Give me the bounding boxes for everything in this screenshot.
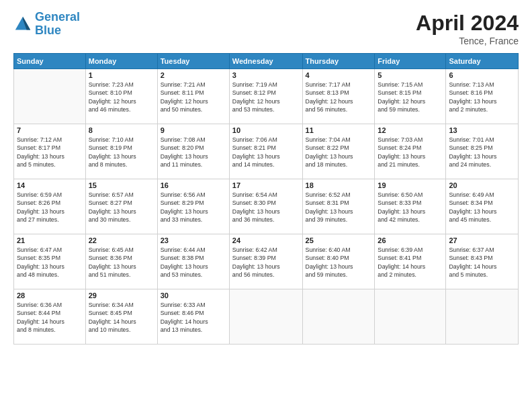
day-number: 8 <box>89 126 154 134</box>
day-info: Sunrise: 7:04 AM Sunset: 8:22 PM Dayligh… <box>306 136 372 169</box>
table-row <box>446 289 519 345</box>
table-row: 17Sunrise: 6:54 AM Sunset: 8:30 PM Dayli… <box>229 179 302 234</box>
table-row: 7Sunrise: 7:12 AM Sunset: 8:17 PM Daylig… <box>14 124 86 179</box>
table-row: 25Sunrise: 6:40 AM Sunset: 8:40 PM Dayli… <box>302 234 375 289</box>
table-row: 27Sunrise: 6:37 AM Sunset: 8:43 PM Dayli… <box>446 234 519 289</box>
table-row: 21Sunrise: 6:47 AM Sunset: 8:35 PM Dayli… <box>14 234 86 289</box>
table-row: 30Sunrise: 6:33 AM Sunset: 8:46 PM Dayli… <box>157 289 229 345</box>
day-info: Sunrise: 7:23 AM Sunset: 8:10 PM Dayligh… <box>89 81 154 113</box>
table-row: 3Sunrise: 7:19 AM Sunset: 8:12 PM Daylig… <box>229 69 302 124</box>
table-row: 18Sunrise: 6:52 AM Sunset: 8:31 PM Dayli… <box>302 179 375 234</box>
day-info: Sunrise: 6:50 AM Sunset: 8:33 PM Dayligh… <box>378 191 443 224</box>
col-monday: Monday <box>85 54 157 69</box>
day-number: 14 <box>17 181 83 189</box>
col-saturday: Saturday <box>446 54 519 69</box>
day-info: Sunrise: 7:10 AM Sunset: 8:19 PM Dayligh… <box>89 136 154 169</box>
header: General Blue April 2024 Tence, France <box>13 11 519 46</box>
day-number: 29 <box>89 291 154 300</box>
day-info: Sunrise: 6:44 AM Sunset: 8:38 PM Dayligh… <box>161 246 226 279</box>
table-row: 10Sunrise: 7:06 AM Sunset: 8:21 PM Dayli… <box>229 124 302 179</box>
day-number: 6 <box>449 71 515 79</box>
day-info: Sunrise: 6:42 AM Sunset: 8:39 PM Dayligh… <box>232 246 300 279</box>
day-number: 18 <box>306 181 372 189</box>
col-friday: Friday <box>375 54 446 69</box>
day-number: 16 <box>161 181 226 189</box>
day-info: Sunrise: 7:19 AM Sunset: 8:12 PM Dayligh… <box>232 81 300 113</box>
day-info: Sunrise: 6:34 AM Sunset: 8:45 PM Dayligh… <box>89 301 154 334</box>
calendar-header-row: Sunday Monday Tuesday Wednesday Thursday… <box>14 54 519 69</box>
table-row: 8Sunrise: 7:10 AM Sunset: 8:19 PM Daylig… <box>85 124 157 179</box>
logo: General Blue <box>13 11 80 38</box>
table-row: 28Sunrise: 6:36 AM Sunset: 8:44 PM Dayli… <box>14 289 86 345</box>
location: Tence, France <box>416 36 519 46</box>
day-info: Sunrise: 6:49 AM Sunset: 8:34 PM Dayligh… <box>449 191 515 224</box>
day-number: 2 <box>161 71 226 79</box>
day-number: 24 <box>232 236 300 244</box>
day-info: Sunrise: 6:37 AM Sunset: 8:43 PM Dayligh… <box>449 246 515 279</box>
table-row: 22Sunrise: 6:45 AM Sunset: 8:36 PM Dayli… <box>85 234 157 289</box>
table-row <box>229 289 302 345</box>
table-row: 23Sunrise: 6:44 AM Sunset: 8:38 PM Dayli… <box>157 234 229 289</box>
page: General Blue April 2024 Tence, France Su… <box>0 0 532 411</box>
table-row: 13Sunrise: 7:01 AM Sunset: 8:25 PM Dayli… <box>446 124 519 179</box>
table-row <box>302 289 375 345</box>
logo-icon <box>13 15 32 34</box>
day-number: 10 <box>232 126 300 134</box>
day-number: 11 <box>306 126 372 134</box>
day-number: 22 <box>89 236 154 244</box>
day-number: 12 <box>378 126 443 134</box>
table-row: 15Sunrise: 6:57 AM Sunset: 8:27 PM Dayli… <box>85 179 157 234</box>
day-info: Sunrise: 6:36 AM Sunset: 8:44 PM Dayligh… <box>17 301 83 334</box>
title-block: April 2024 Tence, France <box>416 11 519 46</box>
col-thursday: Thursday <box>302 54 375 69</box>
logo-line1: General <box>35 10 80 24</box>
table-row <box>375 289 446 345</box>
day-number: 25 <box>306 236 372 244</box>
day-info: Sunrise: 7:13 AM Sunset: 8:16 PM Dayligh… <box>449 81 515 113</box>
table-row: 20Sunrise: 6:49 AM Sunset: 8:34 PM Dayli… <box>446 179 519 234</box>
day-number: 9 <box>161 126 226 134</box>
month-title: April 2024 <box>416 11 519 36</box>
table-row: 6Sunrise: 7:13 AM Sunset: 8:16 PM Daylig… <box>446 69 519 124</box>
day-info: Sunrise: 7:12 AM Sunset: 8:17 PM Dayligh… <box>17 136 83 169</box>
table-row: 29Sunrise: 6:34 AM Sunset: 8:45 PM Dayli… <box>85 289 157 345</box>
day-info: Sunrise: 6:47 AM Sunset: 8:35 PM Dayligh… <box>17 246 83 279</box>
col-tuesday: Tuesday <box>157 54 229 69</box>
table-row <box>14 69 86 124</box>
day-info: Sunrise: 6:40 AM Sunset: 8:40 PM Dayligh… <box>306 246 372 279</box>
table-row: 16Sunrise: 6:56 AM Sunset: 8:29 PM Dayli… <box>157 179 229 234</box>
day-number: 26 <box>378 236 443 244</box>
table-row: 19Sunrise: 6:50 AM Sunset: 8:33 PM Dayli… <box>375 179 446 234</box>
day-number: 19 <box>378 181 443 189</box>
table-row: 5Sunrise: 7:15 AM Sunset: 8:15 PM Daylig… <box>375 69 446 124</box>
day-info: Sunrise: 7:15 AM Sunset: 8:15 PM Dayligh… <box>378 81 443 113</box>
logo-text: General Blue <box>35 11 80 38</box>
day-number: 7 <box>17 126 83 134</box>
day-number: 27 <box>449 236 515 244</box>
calendar-week-row: 14Sunrise: 6:59 AM Sunset: 8:26 PM Dayli… <box>14 179 519 234</box>
day-info: Sunrise: 7:21 AM Sunset: 8:11 PM Dayligh… <box>161 81 226 113</box>
day-info: Sunrise: 7:01 AM Sunset: 8:25 PM Dayligh… <box>449 136 515 169</box>
day-number: 28 <box>17 291 83 300</box>
table-row: 11Sunrise: 7:04 AM Sunset: 8:22 PM Dayli… <box>302 124 375 179</box>
day-info: Sunrise: 6:33 AM Sunset: 8:46 PM Dayligh… <box>161 301 226 334</box>
calendar-week-row: 21Sunrise: 6:47 AM Sunset: 8:35 PM Dayli… <box>14 234 519 289</box>
table-row: 9Sunrise: 7:08 AM Sunset: 8:20 PM Daylig… <box>157 124 229 179</box>
calendar-week-row: 7Sunrise: 7:12 AM Sunset: 8:17 PM Daylig… <box>14 124 519 179</box>
day-number: 23 <box>161 236 226 244</box>
day-info: Sunrise: 6:56 AM Sunset: 8:29 PM Dayligh… <box>161 191 226 224</box>
table-row: 4Sunrise: 7:17 AM Sunset: 8:13 PM Daylig… <box>302 69 375 124</box>
table-row: 2Sunrise: 7:21 AM Sunset: 8:11 PM Daylig… <box>157 69 229 124</box>
day-info: Sunrise: 6:45 AM Sunset: 8:36 PM Dayligh… <box>89 246 154 279</box>
day-number: 30 <box>161 291 226 300</box>
table-row: 14Sunrise: 6:59 AM Sunset: 8:26 PM Dayli… <box>14 179 86 234</box>
col-sunday: Sunday <box>14 54 86 69</box>
day-info: Sunrise: 7:06 AM Sunset: 8:21 PM Dayligh… <box>232 136 300 169</box>
day-number: 13 <box>449 126 515 134</box>
day-info: Sunrise: 6:52 AM Sunset: 8:31 PM Dayligh… <box>306 191 372 224</box>
calendar-week-row: 28Sunrise: 6:36 AM Sunset: 8:44 PM Dayli… <box>14 289 519 345</box>
day-number: 3 <box>232 71 300 79</box>
day-info: Sunrise: 6:39 AM Sunset: 8:41 PM Dayligh… <box>378 246 443 279</box>
day-number: 20 <box>449 181 515 189</box>
calendar-table: Sunday Monday Tuesday Wednesday Thursday… <box>13 53 519 345</box>
